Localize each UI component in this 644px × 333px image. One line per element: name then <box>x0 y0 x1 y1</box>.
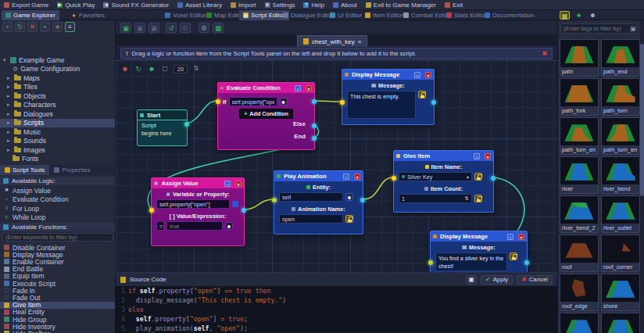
tab-game-explorer[interactable]: Game Explorer <box>2 10 59 20</box>
redo-button[interactable]: ↻ <box>180 23 191 33</box>
tile-card-river-bend[interactable]: river_bend <box>601 156 640 194</box>
script-canvas[interactable]: ☻ ↻ ☻ ▢ 20 ⇅ Start Script begins here <E… <box>116 60 557 272</box>
tile-card-river-bend-2[interactable]: river_bend_2 <box>560 195 599 233</box>
node-close-button[interactable]: × <box>518 234 524 240</box>
function-enable-container[interactable]: Enable Container <box>0 258 116 265</box>
tile-card-shore[interactable]: shore <box>601 274 640 311</box>
node-start[interactable]: Start Script begins here <box>137 109 188 146</box>
condition-input[interactable] <box>229 97 277 106</box>
input-port[interactable] <box>428 260 433 265</box>
entity-input[interactable] <box>279 192 343 202</box>
apply-button[interactable]: ✔Apply <box>481 275 513 285</box>
tab-documentation[interactable]: Documentation <box>481 10 538 20</box>
tile-card-roof-edge[interactable]: roof_edge <box>560 274 599 311</box>
stepper-icon[interactable]: ⇅ <box>465 195 469 202</box>
node-help-button[interactable]: ▫ <box>295 85 301 91</box>
item-name-dropdown[interactable]: Silver Key▾ <box>399 172 472 181</box>
node-assign-value[interactable]: ✖Assign Value▫× ✖Variable or Property: [… <box>151 177 245 246</box>
function-hide-toolbar[interactable]: Hide Toolbar <box>0 330 116 333</box>
logic-for-loop[interactable]: ≡For Loop <box>0 204 116 213</box>
menu-help[interactable]: ?Help <box>303 2 324 9</box>
animation-name-input[interactable] <box>279 214 343 224</box>
function-fade-out[interactable]: Fade Out <box>0 294 116 301</box>
save-as-button[interactable]: ▣ <box>148 23 159 33</box>
tile-card-roof-corner[interactable]: roof_corner <box>601 235 640 272</box>
variable-input[interactable] <box>156 199 230 209</box>
node-close-button[interactable]: × <box>306 85 312 91</box>
entity-picker-button[interactable]: ☻ <box>225 222 233 230</box>
save-button[interactable]: ▣ <box>120 23 131 33</box>
source-toggle-button[interactable]: ▦ <box>213 23 224 33</box>
add-condition-button[interactable]: +Add Condition <box>239 109 293 119</box>
end-output-port[interactable] <box>312 136 317 141</box>
node-display-message-1[interactable]: Display Message▫× ✉Message: This chest i… <box>342 69 435 125</box>
input-port[interactable] <box>272 198 277 202</box>
output-port[interactable] <box>360 198 365 202</box>
tab-script-tools[interactable]: Script Tools <box>0 165 49 175</box>
code-area[interactable]: 1if self.property["open"] == true then 2… <box>116 286 557 333</box>
if-output-port[interactable] <box>312 99 317 104</box>
entity-picker-button[interactable]: ☻ <box>280 98 288 106</box>
expand-button[interactable] <box>232 201 238 207</box>
collapse-button[interactable]: − <box>40 22 50 32</box>
tile-card-river[interactable]: river <box>560 156 599 194</box>
tree-item-dialogues[interactable]: ▸Dialogues <box>0 109 116 119</box>
function-fade-in[interactable]: Fade In <box>0 287 116 294</box>
tree-item-scripts[interactable]: ▸Scripts <box>0 119 116 128</box>
tab-properties[interactable]: Properties <box>49 165 95 175</box>
node-help-button[interactable]: ▫ <box>507 234 513 240</box>
menu-asset-library[interactable]: Asset Library <box>177 2 222 9</box>
output-port[interactable] <box>431 100 436 105</box>
input-port[interactable] <box>149 208 154 213</box>
menu-exit[interactable]: Exit <box>445 2 463 9</box>
function-give-item[interactable]: Give Item <box>0 302 116 309</box>
node-evaluate-condition[interactable]: <Evaluate Condition▫× If ☻ +Add Conditio… <box>217 82 315 150</box>
tree-item-images[interactable]: ▸Images <box>0 145 116 155</box>
tiles-view-button[interactable]: ▦ <box>560 11 570 20</box>
function-end-battle[interactable]: End Battle <box>0 266 116 273</box>
tree-item-objects[interactable]: ▸Objects <box>0 91 116 101</box>
tile-card-path-end[interactable]: path_end <box>601 39 640 77</box>
node-display-message-2[interactable]: Display Message▫× ✉Message: You find a s… <box>430 231 528 272</box>
tile-card-partial[interactable] <box>560 313 599 333</box>
node-help-button[interactable]: ▫ <box>414 72 420 78</box>
tree-item-fonts[interactable]: Fonts <box>0 155 116 164</box>
menu-settings[interactable]: ⚙Settings <box>265 2 295 9</box>
menu-import[interactable]: Import <box>231 2 256 9</box>
refresh-button[interactable]: ↻ <box>15 22 25 32</box>
recenter-button[interactable]: ↻ <box>134 64 143 73</box>
menu-exit-to-manager[interactable]: Exit to Game Manager <box>366 2 436 9</box>
settings-button[interactable]: ⚙ <box>199 23 209 33</box>
node-help-button[interactable]: ▫ <box>474 153 480 159</box>
message-textarea[interactable]: You find a silver key in the chest! <box>435 252 507 271</box>
node-give-item[interactable]: Give Item▫× Item Name: Silver Key▾ Item … <box>393 150 494 213</box>
tile-card-path[interactable]: path <box>560 39 599 77</box>
lock-icon[interactable] <box>474 195 482 202</box>
output-port[interactable] <box>242 208 246 213</box>
value-input[interactable] <box>166 221 223 231</box>
function-display-message[interactable]: Display Message <box>0 251 116 258</box>
tile-card-river-outlet[interactable]: river_outlet <box>601 195 640 233</box>
snap-grid-button[interactable]: ▢ <box>160 64 170 73</box>
script-tab-chest-with-key[interactable]: chest_with_key × <box>297 35 367 47</box>
entity-picker-button[interactable]: ☻ <box>345 193 353 201</box>
logic-while-loop[interactable]: ↻While Loop <box>0 213 116 222</box>
tab-ui-editor[interactable]: UI Editor <box>326 10 366 20</box>
functions-filter-input[interactable] <box>2 233 113 242</box>
add-entity-button[interactable]: ☻ <box>147 64 156 73</box>
tree-item-game-configuration[interactable]: ⚙Game Configuration <box>0 65 116 74</box>
expand-source-button[interactable]: ▣ <box>466 275 477 285</box>
input-port[interactable] <box>216 99 220 104</box>
grid-size-value[interactable]: 20 <box>174 65 188 73</box>
close-tab-icon[interactable]: × <box>358 38 362 45</box>
node-close-button[interactable]: × <box>235 181 242 187</box>
output-port[interactable] <box>491 176 496 181</box>
objects-view-button[interactable]: ♣ <box>574 11 584 20</box>
item-count-input[interactable]: 1⇅ <box>399 194 472 203</box>
node-help-button[interactable]: ▫ <box>224 181 231 187</box>
tree-item-sounds[interactable]: ▸Sounds <box>0 137 116 146</box>
undo-button[interactable]: ↺ <box>166 23 177 33</box>
menu-quick-play[interactable]: ▶Quick Play <box>57 2 95 9</box>
input-port[interactable] <box>340 100 345 105</box>
input-port[interactable] <box>392 176 396 181</box>
